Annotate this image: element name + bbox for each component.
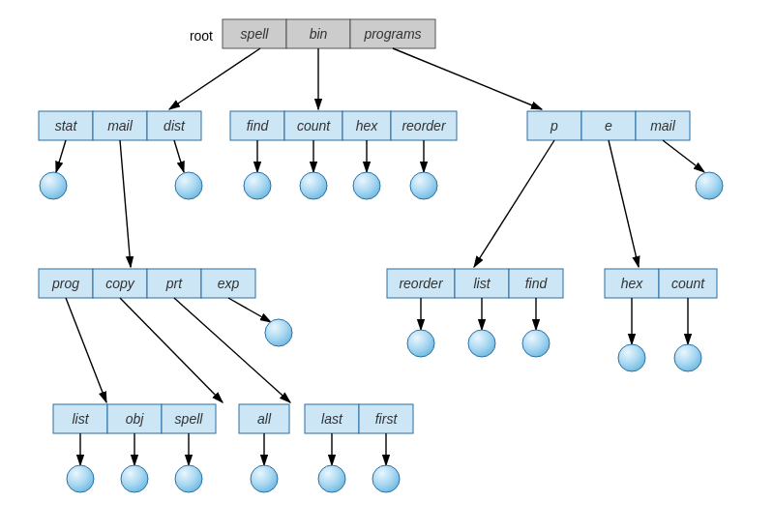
hc-0: hex (621, 276, 644, 291)
smd-2: dist (164, 118, 186, 133)
svg-line-5 (393, 48, 542, 109)
lf-1: first (375, 411, 399, 427)
svg-line-25 (663, 140, 704, 172)
pcpe-2: prt (165, 276, 183, 291)
node-reorder-list-find: reorder list find (387, 269, 563, 298)
leaf-sphere (265, 319, 292, 346)
root-cell-2: programs (363, 26, 421, 42)
rlf-2: find (525, 276, 549, 291)
svg-line-24 (609, 140, 639, 267)
leaf-sphere (318, 465, 345, 492)
leaf-sphere (674, 344, 701, 371)
svg-line-11 (174, 140, 184, 172)
root-label: root (190, 28, 213, 44)
rlf-0: reorder (399, 276, 443, 291)
leaf-sphere (67, 465, 94, 492)
svg-line-30 (66, 298, 106, 402)
node-p-e-mail: p e mail (527, 111, 690, 140)
pcpe-1: copy (105, 276, 135, 291)
fchr-3: reorder (402, 118, 446, 133)
leaf-sphere (353, 172, 380, 199)
fchr-1: count (297, 118, 331, 133)
btree-diagram: root spell bin programs stat mail dist f… (0, 0, 774, 532)
fchr-0: find (247, 118, 270, 133)
node-prog-copy-prt-exp: prog copy prt exp (39, 269, 255, 298)
node-last-first: last first (305, 404, 413, 433)
svg-line-32 (174, 298, 290, 402)
leaf-sphere (40, 172, 67, 199)
leaf-sphere (175, 172, 202, 199)
root-cell-1: bin (310, 26, 328, 42)
hc-1: count (671, 276, 705, 291)
node-list-obj-spell: list obj spell (53, 404, 216, 433)
node-all: all (239, 404, 289, 433)
pcpe-0: prog (51, 276, 79, 291)
leaf-sphere (618, 344, 645, 371)
svg-line-10 (120, 140, 131, 267)
pem-2: mail (650, 118, 676, 133)
pem-0: p (550, 118, 558, 133)
node-find-count-hex-reorder: find count hex reorder (230, 111, 457, 140)
leaf-sphere (372, 465, 400, 492)
node-root: spell bin programs (223, 19, 435, 48)
leaf-sphere (251, 465, 278, 492)
los-1: obj (126, 411, 145, 427)
svg-line-33 (228, 298, 271, 322)
leaf-sphere (175, 465, 202, 492)
los-2: spell (175, 411, 204, 427)
node-hex-count: hex count (605, 269, 717, 298)
leaf-sphere (121, 465, 148, 492)
leaf-sphere (522, 330, 550, 357)
fchr-2: hex (356, 118, 379, 133)
leaf-sphere (410, 172, 437, 199)
all-0: all (257, 411, 272, 427)
smd-0: stat (55, 118, 78, 133)
svg-line-23 (474, 140, 554, 267)
leaf-sphere (300, 172, 327, 199)
svg-line-9 (56, 140, 66, 172)
los-0: list (72, 411, 89, 427)
svg-line-31 (120, 298, 223, 402)
lf-0: last (321, 411, 343, 427)
smd-1: mail (107, 118, 134, 133)
rlf-1: list (473, 276, 491, 291)
svg-line-3 (169, 48, 260, 109)
leaf-sphere (696, 172, 723, 199)
pem-1: e (605, 118, 612, 133)
leaf-sphere (407, 330, 434, 357)
pcpe-3: exp (218, 276, 240, 291)
leaf-sphere (244, 172, 271, 199)
leaf-sphere (468, 330, 495, 357)
node-stat-mail-dist: stat mail dist (39, 111, 201, 140)
root-cell-0: spell (241, 26, 270, 42)
